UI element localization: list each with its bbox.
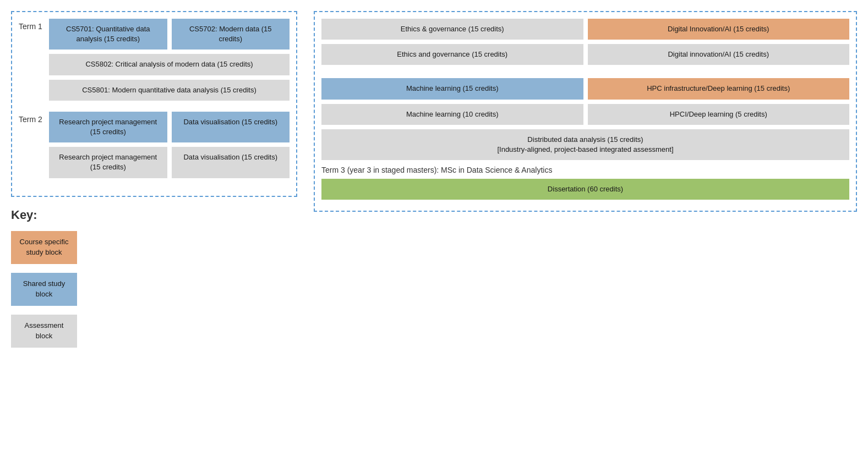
hpc-orange-block: HPC infrastructure/Deep learning (15 cre… [588, 78, 850, 99]
main-container: Term 1 CS5701: Quantitative data analysi… [11, 11, 857, 348]
term1-label: Term 1 [19, 19, 49, 31]
right-term2: Machine learning (15 credits) HPC infras… [321, 78, 849, 160]
term2-row2: Research project management (15 credits)… [49, 147, 290, 178]
hpci-gray-block: HPCI/Deep learning (5 credits) [588, 104, 850, 125]
spacer1 [321, 69, 849, 78]
term2-content: Research project management (15 credits)… [49, 112, 290, 183]
research-pm-blue-block: Research project management (15 credits) [49, 112, 167, 142]
ml-blue-block: Machine learning (15 credits) [321, 78, 583, 99]
data-vis-gray-block: Data visualisation (15 credits) [172, 147, 290, 178]
digital-innovation-orange-block: Digital Innovation/AI (15 credits) [588, 19, 850, 40]
ml-gray-block: Machine learning (10 credits) [321, 104, 583, 125]
right-term1-row1: Ethics & governance (15 credits) Digital… [321, 19, 849, 40]
research-pm-gray-block: Research project management (15 credits) [49, 147, 167, 178]
term2-row: Term 2 Research project management (15 c… [19, 112, 290, 183]
key-item-orange: Course specific study block [11, 231, 297, 264]
key-item-gray: Assessment block [11, 315, 297, 348]
right-dashed-box: Ethics & governance (15 credits) Digital… [314, 11, 857, 212]
right-term1-row2: Ethics and governance (15 credits) Digit… [321, 44, 849, 65]
digital-innovation-gray-block: Digital innovation/AI (15 credits) [588, 44, 850, 65]
term1-row: Term 1 CS5701: Quantitative data analysi… [19, 19, 290, 105]
term2-row1: Research project management (15 credits)… [49, 112, 290, 142]
right-term2-row2: Machine learning (10 credits) HPCI/Deep … [321, 104, 849, 125]
key-item-blue: Shared study block [11, 273, 297, 306]
left-dashed-box: Term 1 CS5701: Quantitative data analysi… [11, 11, 297, 197]
cs5702-block: CS5702: Modern data (15 credits) [172, 19, 290, 50]
right-panel: Ethics & governance (15 credits) Digital… [314, 11, 857, 348]
term1-row1: CS5701: Quantitative data analysis (15 c… [49, 19, 290, 50]
term2-label: Term 2 [19, 112, 49, 124]
term3-label: Term 3 (year 3 in staged masters): MSc i… [321, 166, 849, 174]
key-blue-block: Shared study block [11, 273, 77, 306]
cs5701-block: CS5701: Quantitative data analysis (15 c… [49, 19, 167, 50]
ethics-governance-gray-block: Ethics & governance (15 credits) [321, 19, 583, 40]
key-gray-block: Assessment block [11, 315, 77, 348]
cs5802-block: CS5802: Critical analysis of modern data… [49, 54, 290, 75]
cs5801-block: CS5801: Modern quantitative data analysi… [49, 80, 290, 101]
left-panel: Term 1 CS5701: Quantitative data analysi… [11, 11, 297, 348]
data-vis-blue-block: Data visualisation (15 credits) [172, 112, 290, 142]
dissertation-block: Dissertation (60 credits) [321, 179, 849, 200]
term1-content: CS5701: Quantitative data analysis (15 c… [49, 19, 290, 105]
right-term1: Ethics & governance (15 credits) Digital… [321, 19, 849, 65]
key-orange-block: Course specific study block [11, 231, 77, 264]
ethics-governance-gray2-block: Ethics and governance (15 credits) [321, 44, 583, 65]
key-title: Key: [11, 208, 297, 222]
distributed-da-block: Distributed data analysis (15 credits) [… [321, 129, 849, 160]
key-section: Key: Course specific study block Shared … [11, 208, 297, 348]
right-term2-row1: Machine learning (15 credits) HPC infras… [321, 78, 849, 99]
key-items: Course specific study block Shared study… [11, 231, 297, 348]
